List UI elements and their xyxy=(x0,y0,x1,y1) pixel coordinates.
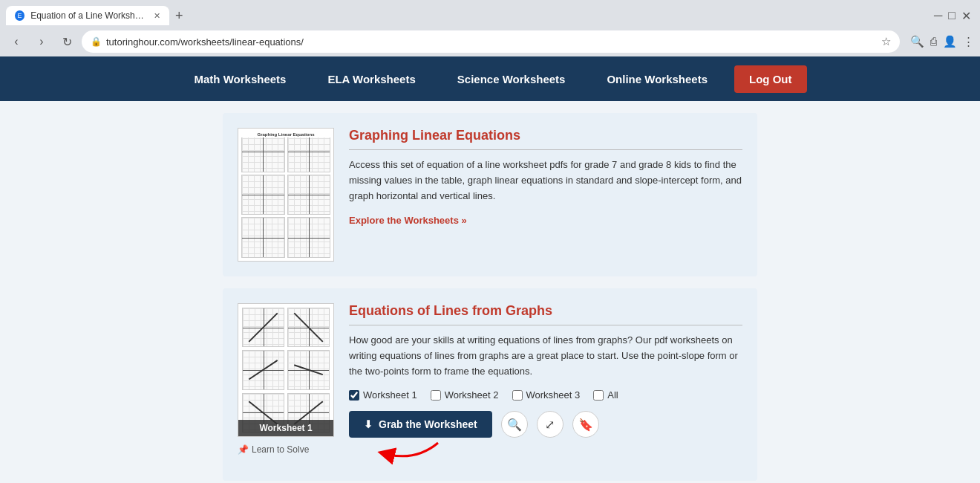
address-box[interactable]: 🔒 tutoringhour.com/worksheets/linear-equ… xyxy=(82,30,900,53)
address-bar-row: ‹ › ↻ 🔒 tutoringhour.com/worksheets/line… xyxy=(0,27,980,56)
magnify-icon: 🔍 xyxy=(507,418,522,432)
learn-to-solve-link[interactable]: 📌 Learn to Solve xyxy=(238,444,334,455)
checkbox-worksheet3[interactable]: Worksheet 3 xyxy=(512,389,581,401)
logout-button[interactable]: Log Out xyxy=(734,65,806,93)
preview-graph-4 xyxy=(287,175,331,215)
nav-science-worksheets[interactable]: Science Worksheets xyxy=(437,56,587,101)
worksheet-checkbox-row: Worksheet 1 Worksheet 2 Worksheet 3 xyxy=(349,389,742,401)
svg-line-2 xyxy=(249,360,277,380)
tab-close-button[interactable]: ✕ xyxy=(154,11,160,21)
close-button[interactable]: ✕ xyxy=(961,9,971,23)
card1-image: Graphing Linear Equations xyxy=(238,128,334,262)
address-actions: 🔍 ⎙ 👤 ⋮ xyxy=(910,35,974,48)
svg-line-1 xyxy=(294,313,322,341)
checkbox-ws3-input[interactable] xyxy=(512,390,523,401)
card2-divider xyxy=(349,325,742,325)
nav-online-worksheets[interactable]: Online Worksheets xyxy=(586,56,728,101)
checkbox-ws2-input[interactable] xyxy=(431,390,441,401)
new-tab-button[interactable]: + xyxy=(169,8,189,24)
card1-title: Graphing Linear Equations xyxy=(349,128,742,143)
card2-graph-4 xyxy=(287,350,330,389)
title-bar: E Equation of a Line Worksheets ✕ + ─ □ … xyxy=(0,0,980,27)
maximize-button[interactable]: □ xyxy=(948,9,956,23)
forward-button[interactable]: › xyxy=(31,31,52,52)
card1-preview-title: Graphing Linear Equations xyxy=(241,132,330,137)
bookmark-worksheet-button[interactable]: 🔖 xyxy=(572,411,599,438)
card1-content: Graphing Linear Equations Access this se… xyxy=(349,128,742,262)
nav-ela-worksheets[interactable]: ELA Worksheets xyxy=(307,56,436,101)
worksheet-label: Worksheet 1 xyxy=(238,420,333,436)
site-nav: Math Worksheets ELA Worksheets Science W… xyxy=(0,56,980,101)
main-content: Graphing Linear Equations Graphing Linea… xyxy=(0,101,980,483)
grab-worksheet-button[interactable]: ⬇ Grab the Worksheet xyxy=(349,411,492,438)
card1-description: Access this set of equation of a line wo… xyxy=(349,158,742,204)
lock-icon: 🔒 xyxy=(91,36,102,47)
card2-image: Worksheet 1 xyxy=(238,303,334,437)
reload-button[interactable]: ↻ xyxy=(56,31,77,52)
checkbox-all-input[interactable] xyxy=(593,390,604,401)
nav-math-worksheets[interactable]: Math Worksheets xyxy=(173,56,307,101)
bookmark-star-icon[interactable]: ☆ xyxy=(881,35,891,48)
arrow-container xyxy=(349,439,742,466)
checkbox-worksheet2[interactable]: Worksheet 2 xyxy=(431,389,499,401)
preview-graph-1 xyxy=(241,132,285,172)
card1-explore-link[interactable]: Explore the Worksheets » xyxy=(349,215,467,226)
card2-title: Equations of Lines from Graphs xyxy=(349,303,742,319)
browser-tab[interactable]: E Equation of a Line Worksheets ✕ xyxy=(6,6,169,25)
minimize-button[interactable]: ─ xyxy=(934,9,942,23)
checkbox-all[interactable]: All xyxy=(593,389,618,401)
bookmark-plus-icon: 🔖 xyxy=(578,418,593,432)
tab-title: Equation of a Line Worksheets xyxy=(30,10,145,21)
menu-icon[interactable]: ⋮ xyxy=(963,35,974,48)
tab-favicon: E xyxy=(15,10,24,21)
card2-graph-3 xyxy=(242,350,284,389)
preview-graph-6 xyxy=(287,217,331,258)
back-button[interactable]: ‹ xyxy=(6,31,27,52)
svg-line-3 xyxy=(294,366,322,375)
svg-line-0 xyxy=(249,313,277,341)
action-row: ⬇ Grab the Worksheet 🔍 ⤢ 🔖 xyxy=(349,411,742,438)
share-icon[interactable]: ⎙ xyxy=(930,35,937,48)
share-icon: ⤢ xyxy=(545,418,555,432)
search-worksheet-button[interactable]: 🔍 xyxy=(501,411,528,438)
download-icon: ⬇ xyxy=(364,418,373,430)
card1-divider xyxy=(349,149,742,150)
pin-icon: 📌 xyxy=(238,444,249,455)
card2-graph-1 xyxy=(242,308,284,347)
checkbox-ws1-input[interactable] xyxy=(349,390,359,401)
card-equations-lines: Worksheet 1 📌 Learn to Solve Equations o… xyxy=(223,288,757,481)
window-controls: ─ □ ✕ xyxy=(934,9,974,23)
checkbox-worksheet1[interactable]: Worksheet 1 xyxy=(349,389,417,401)
card2-graph-2 xyxy=(287,308,330,347)
preview-graph-3 xyxy=(241,175,285,215)
search-icon[interactable]: 🔍 xyxy=(910,35,924,48)
card2-content: Equations of Lines from Graphs How good … xyxy=(349,303,742,466)
share-worksheet-button[interactable]: ⤢ xyxy=(537,411,564,438)
card2-description: How good are your skills at writing equa… xyxy=(349,333,742,379)
red-arrow xyxy=(371,439,460,466)
url-text: tutoringhour.com/worksheets/linear-equat… xyxy=(106,36,877,48)
preview-graph-2 xyxy=(287,132,331,172)
preview-graph-5 xyxy=(241,217,285,258)
profile-icon[interactable]: 👤 xyxy=(943,35,957,48)
card-graphing-linear: Graphing Linear Equations Graphing Linea… xyxy=(223,113,757,276)
